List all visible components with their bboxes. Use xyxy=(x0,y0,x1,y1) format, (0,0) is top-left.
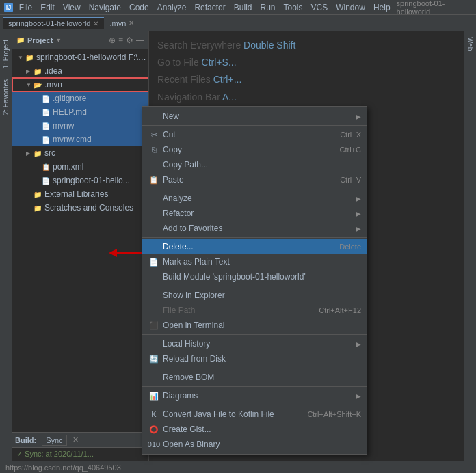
close-tab-icon[interactable]: ✕ xyxy=(72,435,79,444)
dropdown-arrow: ▼ xyxy=(55,37,62,44)
cm-item-shortcut: Ctrl+V xyxy=(340,176,361,184)
panel-icon[interactable]: ⊕ xyxy=(109,36,116,45)
hint-shortcut: Double Shift xyxy=(243,40,295,51)
cm-separator xyxy=(142,386,367,387)
cm-item-icon: 📊 xyxy=(148,390,160,402)
left-vtab[interactable]: 1: Project xyxy=(1,34,11,74)
tree-item-idea[interactable]: ▶📁.idea xyxy=(12,64,148,78)
cm-item-showinexplorer[interactable]: Show in Explorer xyxy=(142,288,367,303)
cm-item-copy[interactable]: ⎘CopyCtrl+C xyxy=(142,142,367,157)
cm-item-icon: ✂ xyxy=(148,129,160,141)
cm-item-copypath[interactable]: Copy Path... xyxy=(142,157,367,172)
cm-item-icon xyxy=(148,304,160,316)
tab-.mvn[interactable]: .mvn✕ xyxy=(104,18,140,29)
cm-item-shortcut: Ctrl+X xyxy=(340,131,361,139)
cm-item-localhistory[interactable]: Local History▶ xyxy=(142,336,367,351)
tab-close-icon[interactable]: ✕ xyxy=(129,19,134,27)
left-vtab[interactable]: 2: Favorites xyxy=(1,74,11,120)
bottom-content: ✓ Sync: at 2020/11/1... xyxy=(12,448,148,461)
context-menu: New▶✂CutCtrl+X⎘CopyCtrl+CCopy Path...📋Pa… xyxy=(142,106,367,455)
cm-item-new[interactable]: New▶ xyxy=(142,109,367,124)
tree-item-mvn[interactable]: ▼📂.mvn xyxy=(12,78,148,92)
cm-item-removebom[interactable]: Remove BOM xyxy=(142,370,367,385)
tree-item-helpmd[interactable]: 📄HELP.md xyxy=(12,105,148,119)
bottom-tab-bar: Build: Sync ✕ xyxy=(12,433,148,448)
build-label: Build: xyxy=(15,436,36,444)
cm-item-openinterminal[interactable]: ⬛Open in Terminal xyxy=(142,318,367,333)
cm-item-diagrams[interactable]: 📊Diagrams▶ xyxy=(142,388,367,403)
folder-icon: 📁 xyxy=(16,36,25,44)
cm-item-convertjava[interactable]: KConvert Java File to Kotlin FileCtrl+Al… xyxy=(142,407,367,422)
panel-icon[interactable]: ≡ xyxy=(118,36,123,45)
menu-file[interactable]: File xyxy=(16,2,36,13)
tree-item-mvnwcmd[interactable]: 📄mvnw.cmd xyxy=(12,133,148,146)
tree-expand-arrow: ▶ xyxy=(26,150,33,157)
cm-item-markasplain[interactable]: 📄Mark as Plain Text xyxy=(142,254,367,269)
menu-edit[interactable]: Edit xyxy=(37,2,58,13)
tree-item-scratches[interactable]: 📁Scratches and Consoles xyxy=(12,201,148,215)
menu-tools[interactable]: Tools xyxy=(280,2,306,13)
menu-view[interactable]: View xyxy=(60,2,84,13)
menu-navigate[interactable]: Navigate xyxy=(85,2,124,13)
cm-item-filepath[interactable]: File PathCtrl+Alt+F12 xyxy=(142,303,367,318)
folder-icon: 📁 xyxy=(25,53,34,62)
panel-icon[interactable]: — xyxy=(136,36,144,45)
cm-item-refactor[interactable]: Refactor▶ xyxy=(142,206,367,221)
menu-vcs[interactable]: VCS xyxy=(308,2,332,13)
menu-analyze[interactable]: Analyze xyxy=(154,2,190,13)
hint-shortcut: Ctrl+... xyxy=(213,74,242,85)
tree-item-extlibs[interactable]: 📁External Libraries xyxy=(12,187,148,201)
cm-item-icon xyxy=(148,207,160,219)
tab-label: springboot-01-helloworld xyxy=(8,19,90,27)
cm-item-analyze[interactable]: Analyze▶ xyxy=(142,191,367,206)
cm-item-label: Diagrams xyxy=(163,391,353,401)
cm-item-icon xyxy=(148,192,160,204)
cm-item-creategist[interactable]: ⭕Create Gist... xyxy=(142,422,367,437)
menu-run[interactable]: Run xyxy=(256,2,278,13)
cm-item-arrow: ▶ xyxy=(356,195,361,202)
menu-code[interactable]: Code xyxy=(126,2,153,13)
tree-root[interactable]: ▼ 📁 springboot-01-helloworld F:\IdeaProj… xyxy=(12,51,148,64)
cm-item-openasbinary[interactable]: 010Open As Binary xyxy=(142,437,367,452)
cm-item-label: Paste xyxy=(163,175,340,185)
cm-separator xyxy=(142,334,367,335)
cm-item-reloadfromdisk[interactable]: 🔄Reload from Disk xyxy=(142,351,367,366)
cm-item-label: Open in Terminal xyxy=(163,321,361,330)
menu-refactor[interactable]: Refactor xyxy=(191,2,228,13)
cm-item-cut[interactable]: ✂CutCtrl+X xyxy=(142,127,367,142)
cm-item-label: Analyze xyxy=(163,193,353,203)
cm-item-icon: 🔄 xyxy=(148,353,160,365)
cm-item-addtofav[interactable]: Add to Favorites▶ xyxy=(142,221,367,236)
tree-item-pomxml[interactable]: 📋pom.xml xyxy=(12,160,148,174)
title-bar: IJ FileEditViewNavigateCodeAnalyzeRefact… xyxy=(0,0,476,15)
cm-item-buildmodule[interactable]: Build Module 'springboot-01-helloworld' xyxy=(142,269,367,284)
root-label: springboot-01-helloworld F:\IdeaProjects… xyxy=(36,53,148,62)
expand-arrow: ▼ xyxy=(18,55,25,61)
panel-icon[interactable]: ⚙ xyxy=(126,36,133,45)
tab-close-icon[interactable]: ✕ xyxy=(93,20,98,27)
tree-item-icon: 📁 xyxy=(33,203,42,213)
tree-item-label: Scratches and Consoles xyxy=(44,203,133,213)
tree-item-gitignore[interactable]: 📄.gitignore xyxy=(12,92,148,105)
cm-item-paste[interactable]: 📋PasteCtrl+V xyxy=(142,172,367,187)
project-name: springboot-01-helloworld xyxy=(397,0,472,16)
sync-tab[interactable]: Sync xyxy=(42,435,66,446)
cm-item-label: Create Gist... xyxy=(163,424,361,434)
tab-springboot-01-helloworld[interactable]: springboot-01-helloworld✕ xyxy=(3,17,104,29)
tree-item-label: src xyxy=(44,148,55,158)
menu-help[interactable]: Help xyxy=(370,2,394,13)
tree-item-src[interactable]: ▶📁src xyxy=(12,146,148,160)
cm-item-icon: ⭕ xyxy=(148,423,160,435)
menu-build[interactable]: Build xyxy=(230,2,256,13)
tree-item-mvnw[interactable]: 📄mvnw xyxy=(12,119,148,133)
tree-item-icon: 📄 xyxy=(41,176,51,185)
cm-item-delete[interactable]: Delete...Delete xyxy=(142,239,367,254)
app-icon: IJ xyxy=(4,3,13,12)
tree-item-icon: 📁 xyxy=(33,148,42,158)
cm-item-label: Convert Java File to Kotlin File xyxy=(163,409,307,419)
right-vtab[interactable]: Web xyxy=(465,31,475,56)
editor-hint: Go to File Ctrl+S... xyxy=(157,54,455,71)
tree-item-springboot[interactable]: 📄springboot-01-hello... xyxy=(12,174,148,187)
menu-window[interactable]: Window xyxy=(332,2,369,13)
sync-status: ✓ Sync: at 2020/11/1... xyxy=(16,450,94,458)
